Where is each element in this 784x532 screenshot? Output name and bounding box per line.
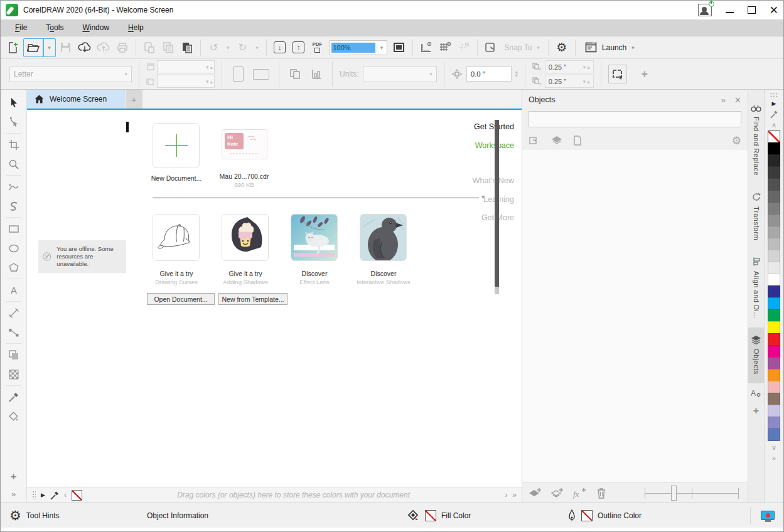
docker-tab-find-and-replace[interactable]: Find and Replace xyxy=(748,97,764,184)
palette-strip-drag-handle[interactable] xyxy=(770,92,778,98)
document-palette-none-swatch[interactable] xyxy=(72,490,82,501)
new-layer-icon[interactable] xyxy=(529,487,542,499)
landscape-button[interactable] xyxy=(250,65,272,83)
cloud-save-button[interactable] xyxy=(95,39,112,56)
shape-tool-button[interactable] xyxy=(4,112,23,132)
snap-to-dropdown[interactable]: Snap To ▾ xyxy=(501,43,544,52)
crop-tool-button[interactable] xyxy=(4,135,23,154)
duplicate-x-field[interactable]: 0.25 "▾▴ xyxy=(545,60,594,73)
open-document-button[interactable]: Open Document... xyxy=(147,293,215,305)
color-swatch[interactable] xyxy=(768,428,780,441)
rectangle-tool-button[interactable] xyxy=(4,219,23,238)
portrait-button[interactable] xyxy=(229,65,247,83)
freehand-tool-button[interactable] xyxy=(4,177,23,196)
opacity-slider[interactable] xyxy=(645,485,739,501)
full-screen-preview-button[interactable] xyxy=(390,39,408,56)
launch-dropdown[interactable]: Launch ▾ xyxy=(580,42,640,53)
color-swatch[interactable] xyxy=(768,202,780,215)
page-size-combo[interactable]: Letter ▾ xyxy=(9,66,132,82)
tutorial-card-interactive-shadows[interactable] xyxy=(360,214,407,261)
copy-button[interactable] xyxy=(159,39,177,56)
menu-tools[interactable]: Tools xyxy=(38,21,72,35)
redo-button[interactable]: ↻ xyxy=(234,39,252,56)
print-button[interactable] xyxy=(114,39,131,56)
ellipse-tool-button[interactable] xyxy=(4,238,23,258)
recent-files-expander[interactable]: ▾ xyxy=(481,193,485,200)
menu-window[interactable]: Window xyxy=(74,21,117,35)
color-swatch[interactable] xyxy=(768,393,780,405)
transparency-tool-button[interactable] xyxy=(4,364,23,384)
color-swatch-none[interactable] xyxy=(768,130,780,143)
export-button[interactable]: ↑ xyxy=(290,39,308,56)
interactive-fill-tool-button[interactable] xyxy=(4,407,23,426)
color-swatch[interactable] xyxy=(768,405,780,417)
new-effect-icon[interactable]: fx xyxy=(572,487,588,499)
connector-tool-button[interactable] xyxy=(4,322,23,342)
show-objects-icon[interactable] xyxy=(529,135,541,146)
palette-strip-expand[interactable]: » xyxy=(772,454,776,462)
palette-expand[interactable]: » xyxy=(512,491,517,499)
color-swatch[interactable] xyxy=(768,333,780,346)
color-swatch[interactable] xyxy=(768,274,780,286)
color-swatch[interactable] xyxy=(768,178,780,191)
polygon-tool-button[interactable] xyxy=(4,258,23,277)
new-from-template-button[interactable]: New from Template... xyxy=(218,293,287,305)
objects-search-input[interactable] xyxy=(529,111,741,127)
status-settings-icon[interactable]: ⚙ xyxy=(9,509,21,522)
pages-view-icon[interactable] xyxy=(572,135,583,146)
color-swatch[interactable] xyxy=(768,142,780,155)
zoom-tool-button[interactable] xyxy=(4,154,23,174)
color-swatch[interactable] xyxy=(768,154,780,167)
account-sign-in-icon[interactable] xyxy=(698,4,712,16)
color-swatch[interactable] xyxy=(768,214,780,226)
color-swatch[interactable] xyxy=(768,226,780,238)
color-swatch[interactable] xyxy=(768,250,780,262)
snapping-button[interactable] xyxy=(482,39,500,56)
palette-scroll-down[interactable]: ∨ xyxy=(771,444,776,452)
pick-tool-button[interactable] xyxy=(4,93,23,112)
tool-hints-label[interactable]: Tool Hints xyxy=(26,511,60,520)
new-document-card[interactable] xyxy=(153,123,200,168)
zoom-dropdown[interactable]: ▾ xyxy=(377,45,387,51)
document-color-settings-icon[interactable] xyxy=(761,511,775,520)
color-swatch[interactable] xyxy=(768,238,780,250)
color-swatch[interactable] xyxy=(768,297,780,310)
undo-dropdown[interactable]: ▾ xyxy=(224,39,233,56)
close-button[interactable]: ✕ xyxy=(770,5,778,16)
docker-tab-objects[interactable]: Objects xyxy=(748,327,764,383)
color-swatch[interactable] xyxy=(768,262,780,274)
palette-scroll-left[interactable]: ‹ xyxy=(64,491,67,499)
opacity-slider-handle[interactable] xyxy=(671,486,677,501)
redo-dropdown[interactable]: ▾ xyxy=(253,39,262,56)
palette-scroll-up[interactable]: ∧ xyxy=(771,121,776,129)
palette-eyedropper-icon[interactable] xyxy=(50,491,59,500)
eyedropper-tool-button[interactable] xyxy=(4,387,23,407)
open-icon[interactable] xyxy=(24,39,43,56)
open-dropdown[interactable]: ▾ xyxy=(44,39,55,56)
outline-color-swatch[interactable] xyxy=(581,510,593,521)
palette-scroll-right[interactable]: › xyxy=(505,491,507,499)
duplicate-y-field[interactable]: 0.25 "▾▴ xyxy=(545,75,594,88)
color-swatch[interactable] xyxy=(768,321,780,334)
new-document-button[interactable] xyxy=(4,39,22,56)
zoom-level-combo[interactable]: 100% ▾ xyxy=(330,40,387,55)
options-button[interactable]: ⚙ xyxy=(553,39,571,56)
tutorial-card-drawing-curves[interactable] xyxy=(153,214,200,261)
cut-button[interactable] xyxy=(141,39,158,56)
docker-settings-icon[interactable]: ⚙ xyxy=(732,136,741,146)
menu-help[interactable]: Help xyxy=(120,21,152,35)
add-docker-button[interactable]: + xyxy=(753,405,759,417)
docker-tab-transform[interactable]: Transform xyxy=(748,184,764,249)
propbar-customize-button[interactable]: + xyxy=(636,65,653,83)
zoom-level-value[interactable]: 100% xyxy=(331,43,375,53)
welcome-scrollbar-thumb[interactable] xyxy=(495,120,499,287)
color-swatch[interactable] xyxy=(768,369,780,381)
toolbox-expand-button[interactable]: » xyxy=(11,489,16,499)
current-page-button[interactable] xyxy=(286,65,304,83)
paste-button[interactable] xyxy=(178,39,196,56)
artistic-media-tool-button[interactable] xyxy=(4,196,23,216)
recent-file-thumbnail[interactable]: Hi Kafe xyxy=(222,129,267,159)
drop-shadow-tool-button[interactable] xyxy=(4,345,23,364)
maximize-button[interactable] xyxy=(748,6,756,14)
color-swatch[interactable] xyxy=(768,357,780,370)
